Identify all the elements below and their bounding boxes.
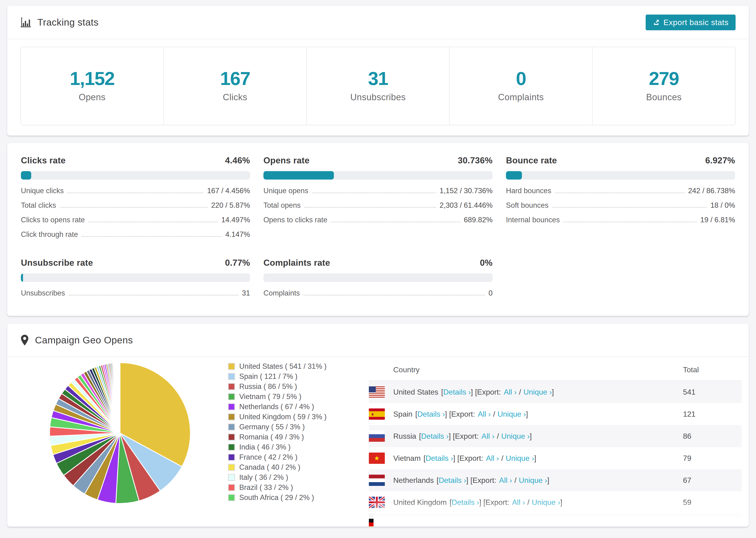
export-unique-link[interactable]: Unique ›	[498, 410, 526, 418]
export-all-link[interactable]: All ›	[490, 520, 503, 527]
legend-swatch	[228, 444, 235, 451]
rate-title: Clicks rate	[21, 156, 66, 166]
details-link[interactable]: Details ›	[417, 410, 445, 418]
country-total: 55	[683, 520, 742, 527]
legend-label: France ( 42 / 2% )	[239, 453, 297, 461]
export-unique-link[interactable]: Unique ›	[519, 476, 547, 484]
details-link[interactable]: Details ›	[443, 388, 471, 396]
export-all-link[interactable]: All ›	[486, 454, 499, 462]
legend-swatch	[228, 363, 235, 370]
legend-item[interactable]: Germany ( 55 / 3% )	[228, 422, 359, 432]
legend-item[interactable]: Russia ( 86 / 5% )	[228, 381, 359, 392]
stat-cell: 0 Complaints	[449, 47, 592, 125]
stat-value: 0	[450, 68, 592, 89]
legend-swatch	[228, 393, 235, 400]
rate-panel: Clicks rate 4.46% Unique clicks 167 / 4.…	[21, 156, 250, 239]
stat-label: Opens	[21, 92, 163, 102]
export-unique-link[interactable]: Unique ›	[506, 454, 534, 462]
progress-bar	[263, 273, 493, 282]
stats-strip: 1,152 Opens 167 Clicks 31 Unsubscribes 0…	[21, 47, 735, 125]
column-header-total: Total	[683, 365, 742, 374]
legend-item[interactable]: Vietnam ( 79 / 5% )	[228, 392, 359, 402]
legend-swatch	[228, 413, 235, 420]
progress-bar-fill	[21, 171, 31, 180]
legend-swatch	[228, 434, 235, 441]
export-basic-stats-button[interactable]: Export basic stats	[646, 15, 735, 30]
metric-value: 31	[242, 289, 250, 297]
geo-legend: United States ( 541 / 31% ) Spain ( 121 …	[228, 361, 359, 503]
country-flag-icon	[369, 519, 385, 527]
export-unique-link[interactable]: Unique ›	[509, 520, 538, 527]
metric-value: 4.147%	[225, 230, 250, 239]
export-button-label: Export basic stats	[664, 18, 729, 27]
country-name: Vietnam	[393, 454, 421, 462]
export-all-link[interactable]: All ›	[504, 388, 516, 396]
details-link[interactable]: Details ›	[426, 454, 453, 462]
country-total: 79	[683, 454, 742, 463]
country-cell: Russia[Details ›] [Export:All ›/Unique ›…	[393, 432, 683, 441]
export-all-link[interactable]: All ›	[499, 476, 512, 484]
details-link[interactable]: Details ›	[429, 520, 457, 527]
dotted-leader	[555, 192, 684, 193]
rate-head: Clicks rate 4.46%	[21, 156, 250, 166]
export-all-link[interactable]: All ›	[512, 498, 525, 507]
legend-item[interactable]: United Kingdom ( 59 / 3% )	[228, 412, 359, 422]
legend-item[interactable]: Brazil ( 33 / 2% )	[228, 482, 359, 493]
legend-item[interactable]: South Africa ( 29 / 2% )	[228, 493, 359, 503]
stat-cell: 1,152 Opens	[21, 47, 163, 125]
legend-swatch	[228, 484, 235, 491]
stat-label: Clicks	[164, 92, 306, 102]
metric-label: Clicks to opens rate	[21, 216, 85, 224]
legend-swatch	[228, 423, 235, 430]
stat-cell: 31 Unsubscribes	[306, 47, 449, 125]
export-prefix: [Export:	[475, 388, 501, 396]
legend-item[interactable]: Italy ( 36 / 2% )	[228, 472, 359, 482]
export-unique-link[interactable]: Unique ›	[532, 498, 560, 507]
export-all-link[interactable]: All ›	[482, 432, 495, 440]
export-prefix: [Export:	[483, 498, 509, 507]
legend-label: Canada ( 40 / 2% )	[239, 463, 300, 471]
country-name: Spain	[393, 410, 412, 418]
metric-row: Unsubscribes 31	[21, 289, 250, 297]
export-unique-link[interactable]: Unique ›	[523, 388, 552, 396]
metric-row: Complaints 0	[263, 289, 493, 297]
stats-strip-wrap: 1,152 Opens 167 Clicks 31 Unsubscribes 0…	[7, 39, 749, 125]
export-prefix: [Export:	[449, 410, 475, 418]
metric-label: Complaints	[263, 289, 300, 297]
dotted-leader	[552, 207, 707, 208]
details-link[interactable]: Details ›	[452, 498, 479, 507]
legend-item[interactable]: Spain ( 121 / 7% )	[228, 371, 359, 381]
export-unique-link[interactable]: Unique ›	[501, 432, 530, 440]
export-icon	[653, 19, 660, 26]
metric-label: Internal bounces	[506, 216, 560, 224]
details-link[interactable]: Details ›	[421, 432, 449, 440]
legend-label: India ( 46 / 3% )	[239, 443, 291, 452]
legend-item[interactable]: Netherlands ( 67 / 4% )	[228, 402, 359, 412]
rate-head: Opens rate 30.736%	[263, 156, 493, 166]
legend-item[interactable]: France ( 42 / 2% )	[228, 452, 359, 462]
rate-rows: Complaints 0	[263, 289, 493, 297]
geo-pie-chart[interactable]	[47, 360, 193, 506]
bar-chart-icon	[21, 17, 31, 28]
stat-value: 31	[307, 68, 449, 89]
legend-swatch	[228, 464, 235, 471]
table-row: United States[Details ›] [Export:All ›/U…	[369, 381, 742, 403]
dotted-leader	[69, 295, 238, 296]
legend-label: Russia ( 86 / 5% )	[239, 382, 297, 391]
dotted-leader	[82, 236, 222, 237]
legend-item[interactable]: India ( 46 / 3% )	[228, 442, 359, 452]
export-prefix: [Export:	[461, 520, 487, 527]
country-flag-icon	[369, 475, 385, 486]
legend-item[interactable]: United States ( 541 / 31% )	[228, 361, 359, 371]
details-link[interactable]: Details ›	[439, 476, 466, 484]
legend-item[interactable]: Canada ( 40 / 2% )	[228, 462, 359, 472]
metric-row: Soft bounces 18 / 0%	[506, 201, 735, 210]
progress-bar	[21, 171, 250, 180]
export-prefix: [Export:	[458, 454, 483, 462]
rate-value: 4.46%	[225, 156, 250, 166]
pie-slice[interactable]	[120, 363, 120, 433]
country-total: 59	[683, 498, 742, 507]
export-all-link[interactable]: All ›	[478, 410, 491, 418]
legend-item[interactable]: Romania ( 49 / 3% )	[228, 432, 359, 442]
country-name: United Kingdom	[393, 498, 447, 507]
